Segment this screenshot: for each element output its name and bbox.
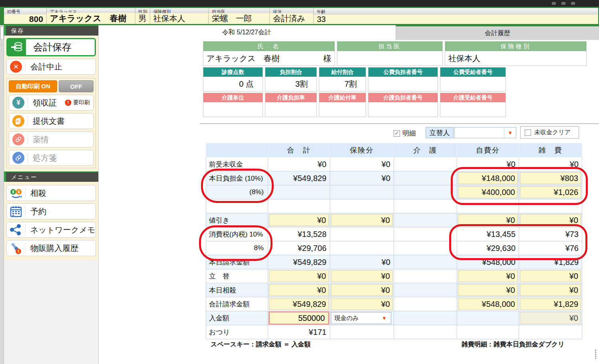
collapsed-panel-strip[interactable]: ‹ [0, 25, 4, 364]
cell-care [394, 311, 457, 325]
drug-info-label: 薬情 [33, 134, 49, 145]
care-box-4: 介護受給者番号 [440, 93, 506, 117]
cell[interactable]: ¥549,829 [268, 297, 330, 311]
tab-accounting-history[interactable]: 会計履歴 [396, 25, 599, 40]
menu-item-1[interactable]: 予約 [6, 203, 96, 219]
patient-field-0: ID番号800 [4, 8, 47, 24]
cell[interactable]: ¥0 [457, 269, 519, 283]
payment-amount-input[interactable] [269, 312, 329, 324]
cell[interactable]: ¥0 [519, 283, 582, 297]
patient-field-value: 33 [314, 15, 598, 24]
cell[interactable]: ¥0 [330, 283, 394, 297]
section-divider [200, 123, 599, 124]
patient-field-value: 栄螺 一郎 [209, 13, 269, 24]
cell[interactable]: ¥803 [519, 171, 582, 185]
tab-current-accounting[interactable]: 令和 5/12/27会計 [99, 25, 394, 40]
provided-document-button[interactable]: 提供文書 [9, 113, 94, 129]
cell: ¥549,829 [268, 255, 330, 269]
divider [28, 116, 28, 126]
cell[interactable]: ¥1,026 [519, 185, 582, 199]
print-required-label: 要印刷 [73, 99, 90, 106]
cell[interactable]: ¥0 [330, 297, 394, 311]
tatekae-select[interactable]: ▼ [454, 127, 516, 138]
resize-grip[interactable] [594, 350, 597, 359]
unpaid-clear-checkbox[interactable]: 未収金クリア [520, 126, 579, 139]
cell [330, 325, 394, 339]
cancel-accounting-button[interactable]: ✕ 会計中止 [6, 59, 96, 75]
info-panel-value [337, 51, 442, 66]
cell[interactable]: ¥0 [519, 269, 582, 283]
document-icon [12, 115, 24, 127]
detail-label: 明細 [402, 129, 416, 138]
cell: ¥0 [457, 157, 519, 171]
patient-field-label: 状況 [270, 8, 313, 13]
care-box-value [440, 102, 505, 117]
cell [330, 199, 394, 213]
panel-toggle-icon[interactable] [0, 26, 4, 40]
prescription-button[interactable]: 処方箋 [9, 150, 94, 166]
point-box-3: 公費負担者番号 [368, 67, 438, 91]
capsule-icon [12, 133, 24, 145]
cell[interactable]: ¥0 [330, 213, 394, 227]
chevron-icon: ‹ [1, 43, 2, 47]
cell[interactable]: ¥1,829 [519, 297, 582, 311]
point-box-header: 公費負担者番号 [368, 68, 438, 77]
menu-item-0[interactable]: ¥¥相殺 [6, 185, 96, 201]
cell[interactable]: ¥0 [457, 213, 519, 227]
print-group: 自動印刷 ON OFF ¥ 領収証 ! 要印刷 [6, 78, 96, 168]
cell [394, 171, 457, 185]
cell[interactable]: ¥0 [457, 283, 519, 297]
row-label: 立 替 [206, 269, 268, 283]
payment-method-select[interactable]: 現金のみ▼ [331, 312, 391, 324]
cell-self [457, 311, 519, 325]
cell: ¥171 [268, 325, 330, 339]
payment-amount-cell [268, 311, 330, 325]
receipt-button[interactable]: ¥ 領収証 ! 要印刷 [9, 95, 94, 111]
drug-info-button[interactable]: 薬情 [9, 131, 94, 147]
cell[interactable]: ¥0 [268, 213, 330, 227]
cell[interactable]: ¥0 [268, 269, 330, 283]
cell[interactable]: ¥148,000 [457, 171, 519, 185]
cell: ¥29,630 [457, 241, 519, 255]
cell [268, 199, 330, 213]
save-accounting-label: 会計保存 [26, 41, 95, 54]
cell [330, 227, 394, 241]
row-label: 入金額 [206, 311, 268, 325]
cell [330, 185, 394, 199]
care-box-header: 介護負担率 [265, 93, 316, 102]
alert-seal-icon: ! [65, 99, 72, 106]
cell[interactable]: ¥0 [330, 269, 394, 283]
calendar-icon [9, 205, 23, 218]
checkbox-unchecked-icon[interactable] [525, 129, 531, 136]
point-box-value [440, 77, 505, 91]
cell: ¥13,528 [268, 227, 330, 241]
autoprint-on-button[interactable]: 自動印刷 ON [9, 80, 57, 92]
billing-table-header: 合 計保険分介 護自費分雑 費 [206, 143, 582, 157]
tab-bar: 令和 5/12/27会計 会計履歴 [99, 25, 599, 40]
save-accounting-button[interactable]: 会計保存 [6, 38, 96, 56]
yen-receipt-icon: ¥ [12, 97, 24, 109]
cell[interactable]: ¥548,000 [457, 297, 519, 311]
divider [28, 153, 28, 163]
divider [25, 225, 26, 235]
window-controls[interactable] [552, 2, 575, 5]
cell[interactable]: ¥400,000 [457, 185, 519, 199]
autoprint-off-button[interactable]: OFF [59, 80, 94, 92]
accounting-screen: ID番号800アキラックスアキラックス 春樹性別男保険種別社保本人担当医栄螺 一… [0, 0, 599, 364]
patient-field-label: 担当医 [209, 8, 269, 13]
coins-save-icon [8, 39, 26, 55]
cell[interactable]: ¥0 [268, 283, 330, 297]
patient-field-label: 性別 [135, 8, 150, 13]
detail-checkbox[interactable]: 明細 [394, 129, 416, 138]
print-required-badge: ! 要印刷 [65, 99, 90, 106]
cell[interactable]: ¥0 [519, 213, 582, 227]
menu-item-2[interactable]: ネットワークメモ [6, 222, 96, 238]
menu-item-3[interactable]: !物販購入履歴 [6, 240, 96, 256]
table-row-3 [206, 199, 582, 213]
divider [28, 97, 28, 108]
table-row-9: 本日相殺¥0¥0¥0¥0 [206, 283, 582, 297]
divider [25, 206, 26, 217]
cell [394, 325, 457, 339]
checkbox-checked-icon[interactable] [394, 130, 400, 137]
point-box-1: 負担割合3割 [265, 67, 317, 91]
